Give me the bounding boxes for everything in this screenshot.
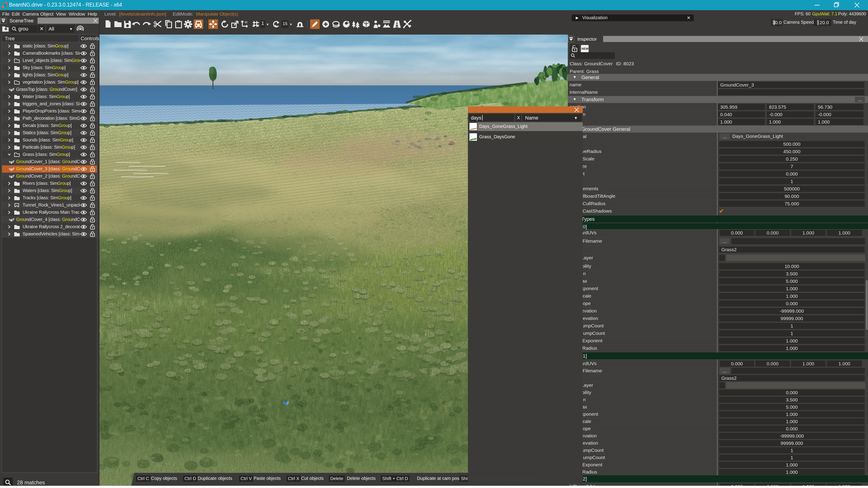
- svg-text:w: w: [245, 20, 248, 24]
